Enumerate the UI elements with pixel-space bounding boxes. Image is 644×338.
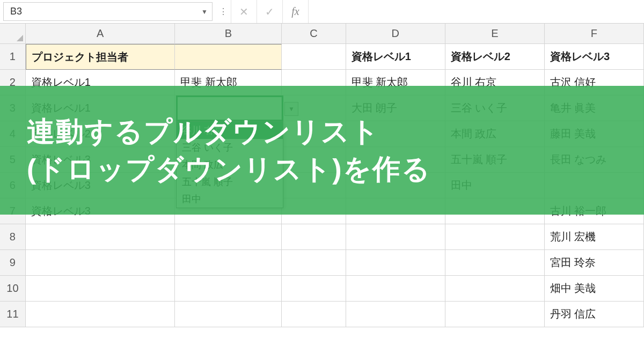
cancel-icon[interactable]: ✕: [231, 0, 257, 23]
cell-C8[interactable]: [282, 224, 346, 250]
cell-F11[interactable]: 丹羽 信広: [545, 302, 644, 327]
cell-E11[interactable]: [445, 302, 545, 327]
cell-D8[interactable]: [346, 224, 445, 250]
cell-C1[interactable]: [282, 44, 346, 70]
overlay-line1: 連動するプルダウンリスト: [27, 113, 380, 150]
cell-D10[interactable]: [346, 276, 445, 302]
row-9: 9 宮田 玲奈: [0, 250, 644, 276]
formula-input[interactable]: [308, 0, 644, 23]
col-header-C[interactable]: C: [282, 24, 346, 44]
cell-D11[interactable]: [346, 302, 445, 327]
cell-A9[interactable]: [26, 250, 175, 276]
cell-B11[interactable]: [175, 302, 282, 327]
name-box-dropdown-icon[interactable]: ▼: [201, 8, 208, 16]
formula-bar: B3 ▼ ⋮ ✕ ✓ fx: [0, 0, 644, 24]
confirm-icon[interactable]: ✓: [257, 0, 282, 23]
cell-B10[interactable]: [175, 276, 282, 302]
cell-D9[interactable]: [346, 250, 445, 276]
col-header-B[interactable]: B: [175, 24, 282, 44]
overlay-line2: (ドロップダウンリスト)を作る: [27, 150, 431, 188]
cell-B1[interactable]: [175, 44, 282, 70]
col-header-E[interactable]: E: [445, 24, 545, 44]
cell-A10[interactable]: [26, 276, 175, 302]
row-1: 1 プロジェクト担当者 資格レベル1 資格レベル2 資格レベル3: [0, 44, 644, 70]
formula-menu-icon[interactable]: ⋮: [216, 0, 231, 23]
col-header-F[interactable]: F: [545, 24, 644, 44]
cell-A1[interactable]: プロジェクト担当者: [26, 44, 175, 70]
cell-A11[interactable]: [26, 302, 175, 327]
cell-F1[interactable]: 資格レベル3: [545, 44, 644, 70]
cell-F10[interactable]: 畑中 美哉: [545, 276, 644, 302]
cell-F8[interactable]: 荒川 宏機: [545, 224, 644, 250]
cell-F9[interactable]: 宮田 玲奈: [545, 250, 644, 276]
column-header-row: A B C D E F: [0, 24, 644, 44]
cell-E9[interactable]: [445, 250, 545, 276]
row-header-1[interactable]: 1: [0, 44, 26, 70]
fx-icon[interactable]: fx: [282, 0, 308, 23]
col-header-A[interactable]: A: [26, 24, 175, 44]
cell-C11[interactable]: [282, 302, 346, 327]
row-8: 8 荒川 宏機: [0, 224, 644, 250]
row-11: 11 丹羽 信広: [0, 302, 644, 327]
cell-E10[interactable]: [445, 276, 545, 302]
row-header-11[interactable]: 11: [0, 302, 26, 327]
select-all-corner[interactable]: [0, 24, 26, 44]
row-10: 10 畑中 美哉: [0, 276, 644, 302]
name-box-ref: B3: [10, 6, 22, 17]
title-overlay: 連動するプルダウンリスト (ドロップダウンリスト)を作る: [0, 86, 644, 215]
cell-B8[interactable]: [175, 224, 282, 250]
row-header-8[interactable]: 8: [0, 224, 26, 250]
row-header-10[interactable]: 10: [0, 276, 26, 302]
col-header-D[interactable]: D: [346, 24, 445, 44]
cell-B9[interactable]: [175, 250, 282, 276]
name-box[interactable]: B3 ▼: [3, 2, 213, 21]
cell-E8[interactable]: [445, 224, 545, 250]
cell-C10[interactable]: [282, 276, 346, 302]
cell-D1[interactable]: 資格レベル1: [346, 44, 445, 70]
cell-C9[interactable]: [282, 250, 346, 276]
cell-A8[interactable]: [26, 224, 175, 250]
cell-E1[interactable]: 資格レベル2: [445, 44, 545, 70]
row-header-9[interactable]: 9: [0, 250, 26, 276]
